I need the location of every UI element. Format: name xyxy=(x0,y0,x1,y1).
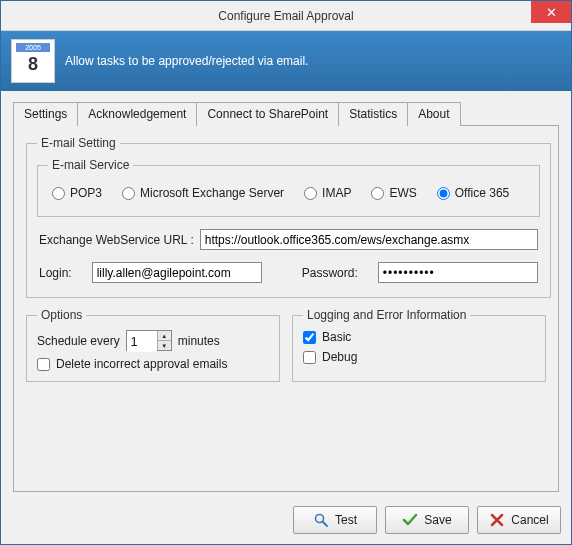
tab-statistics[interactable]: Statistics xyxy=(338,102,408,126)
login-label: Login: xyxy=(39,266,72,280)
url-input[interactable] xyxy=(200,229,538,250)
schedule-value-input[interactable] xyxy=(127,331,157,352)
basic-input[interactable] xyxy=(303,331,316,344)
window-title: Configure Email Approval xyxy=(218,9,353,23)
tab-about[interactable]: About xyxy=(407,102,460,126)
radio-ews[interactable]: EWS xyxy=(371,186,416,200)
cancel-button[interactable]: Cancel xyxy=(477,506,561,534)
tab-strip: Settings Acknowledgement Connect to Shar… xyxy=(13,101,559,125)
login-input[interactable] xyxy=(92,262,262,283)
banner: 2005 8 Allow tasks to be approved/reject… xyxy=(1,31,571,91)
spinner-buttons: ▲ ▼ xyxy=(157,331,171,350)
email-service-group: E-mail Service POP3 Microsoft Exchange S… xyxy=(37,158,540,217)
schedule-prefix: Schedule every xyxy=(37,334,120,348)
schedule-spinner[interactable]: ▲ ▼ xyxy=(126,330,172,351)
debug-checkbox[interactable]: Debug xyxy=(303,350,535,364)
radio-exchange-input[interactable] xyxy=(122,187,135,200)
close-icon: ✕ xyxy=(546,5,557,20)
radio-exchange[interactable]: Microsoft Exchange Server xyxy=(122,186,284,200)
email-setting-group: E-mail Setting E-mail Service POP3 Micro… xyxy=(26,136,551,298)
banner-description: Allow tasks to be approved/rejected via … xyxy=(65,54,308,68)
save-button[interactable]: Save xyxy=(385,506,469,534)
tab-settings[interactable]: Settings xyxy=(13,102,78,126)
logging-group: Logging and Error Information Basic Debu… xyxy=(292,308,546,382)
spinner-up[interactable]: ▲ xyxy=(158,331,171,341)
radio-pop3[interactable]: POP3 xyxy=(52,186,102,200)
password-label: Password: xyxy=(302,266,358,280)
tab-connect-sharepoint[interactable]: Connect to SharePoint xyxy=(196,102,339,126)
options-group: Options Schedule every ▲ ▼ minutes xyxy=(26,308,280,382)
radio-imap[interactable]: IMAP xyxy=(304,186,351,200)
test-button[interactable]: Test xyxy=(293,506,377,534)
lower-groups: Options Schedule every ▲ ▼ minutes xyxy=(26,308,546,392)
button-bar: Test Save Cancel xyxy=(1,498,571,544)
email-service-legend: E-mail Service xyxy=(48,158,133,172)
debug-input[interactable] xyxy=(303,351,316,364)
magnifier-icon xyxy=(313,512,329,528)
check-icon xyxy=(402,512,418,528)
radio-office365-input[interactable] xyxy=(437,187,450,200)
radio-imap-input[interactable] xyxy=(304,187,317,200)
radio-office365[interactable]: Office 365 xyxy=(437,186,509,200)
password-input[interactable] xyxy=(378,262,538,283)
svg-line-1 xyxy=(322,522,327,527)
cross-icon xyxy=(489,512,505,528)
calendar-icon: 2005 8 xyxy=(11,39,55,83)
basic-checkbox[interactable]: Basic xyxy=(303,330,535,344)
login-row: Login: Password: xyxy=(39,262,538,283)
titlebar: Configure Email Approval ✕ xyxy=(1,1,571,31)
logging-legend: Logging and Error Information xyxy=(303,308,470,322)
radio-pop3-input[interactable] xyxy=(52,187,65,200)
url-label: Exchange WebService URL : xyxy=(39,233,194,247)
email-setting-legend: E-mail Setting xyxy=(37,136,120,150)
schedule-suffix: minutes xyxy=(178,334,220,348)
url-row: Exchange WebService URL : xyxy=(39,229,538,250)
dialog-window: Configure Email Approval ✕ 2005 8 Allow … xyxy=(0,0,572,545)
tab-panel-settings: E-mail Setting E-mail Service POP3 Micro… xyxy=(13,125,559,492)
schedule-row: Schedule every ▲ ▼ minutes xyxy=(37,330,269,351)
tab-acknowledgement[interactable]: Acknowledgement xyxy=(77,102,197,126)
content-area: Settings Acknowledgement Connect to Shar… xyxy=(1,91,571,498)
delete-emails-input[interactable] xyxy=(37,358,50,371)
delete-emails-checkbox[interactable]: Delete incorrect approval emails xyxy=(37,357,269,371)
close-button[interactable]: ✕ xyxy=(531,1,571,23)
service-radio-row: POP3 Microsoft Exchange Server IMAP xyxy=(48,180,529,206)
radio-ews-input[interactable] xyxy=(371,187,384,200)
spinner-down[interactable]: ▼ xyxy=(158,341,171,350)
options-legend: Options xyxy=(37,308,86,322)
